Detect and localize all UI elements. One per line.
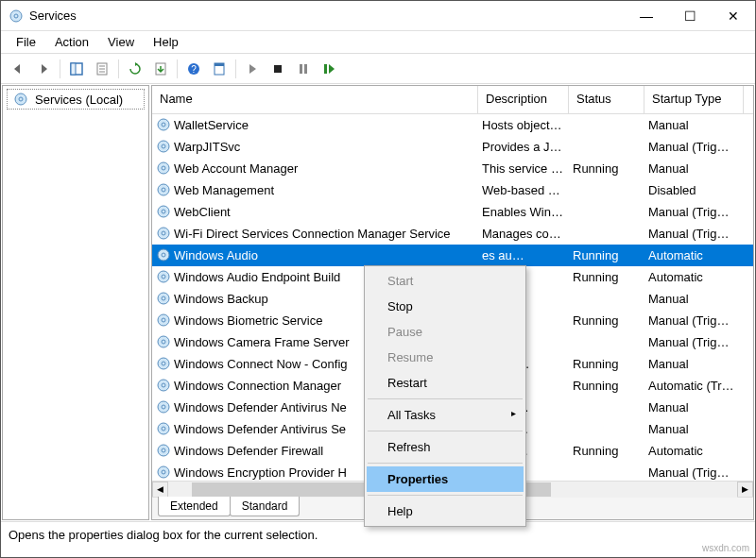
svg-rect-13 xyxy=(324,64,327,74)
service-status-cell: Running xyxy=(569,313,644,328)
service-row[interactable]: WarpJITSvcProvides a JI…Manual (Trig… xyxy=(152,136,753,158)
tab-extended[interactable]: Extended xyxy=(158,497,231,516)
service-status-cell: Running xyxy=(569,161,644,176)
export-list-button[interactable] xyxy=(91,58,113,80)
properties-toolbar-button[interactable] xyxy=(208,58,231,80)
close-button[interactable]: ✕ xyxy=(712,1,755,30)
status-text: Opens the properties dialog box for the … xyxy=(9,528,318,542)
svg-point-49 xyxy=(162,470,165,474)
context-separator xyxy=(368,431,523,431)
service-row[interactable]: WalletServiceHosts object…Manual xyxy=(152,114,753,136)
service-startup-cell: Manual xyxy=(644,161,744,176)
gear-icon xyxy=(156,269,171,284)
scroll-right-button[interactable]: ▶ xyxy=(737,482,753,498)
forward-button[interactable] xyxy=(32,58,55,80)
gear-icon xyxy=(156,226,171,241)
service-startup-cell: Automatic xyxy=(644,248,744,262)
service-row[interactable]: Wi-Fi Direct Services Connection Manager… xyxy=(152,223,753,245)
service-description-cell: This service i… xyxy=(478,161,569,176)
service-description-cell: Web-based … xyxy=(478,183,569,197)
menu-action[interactable]: Action xyxy=(45,32,98,52)
svg-point-27 xyxy=(162,231,165,235)
svg-point-33 xyxy=(162,296,165,300)
ctx-pause[interactable]: Pause xyxy=(367,319,524,345)
gear-icon xyxy=(156,378,171,393)
ctx-all-tasks[interactable]: All Tasks xyxy=(367,402,524,428)
svg-point-45 xyxy=(162,427,165,431)
service-description-cell: Manages co… xyxy=(478,227,569,241)
column-header-name[interactable]: Name xyxy=(152,86,478,113)
ctx-refresh[interactable]: Refresh xyxy=(367,434,524,460)
service-row[interactable]: Web Account ManagerThis service i…Runnin… xyxy=(152,158,753,179)
toolbar-separator xyxy=(235,59,236,78)
gear-icon xyxy=(156,399,171,414)
service-status-cell: Running xyxy=(569,379,644,393)
svg-point-15 xyxy=(19,97,23,101)
back-button[interactable] xyxy=(7,58,29,80)
minimize-button[interactable]: — xyxy=(625,1,668,30)
svg-point-19 xyxy=(162,144,165,148)
column-header-startup[interactable]: Startup Type xyxy=(644,86,744,113)
svg-text:?: ? xyxy=(191,64,197,75)
svg-point-41 xyxy=(162,383,165,387)
service-status-cell: Running xyxy=(569,444,644,458)
service-row[interactable]: Web ManagementWeb-based …Disabled xyxy=(152,179,753,201)
column-header-description[interactable]: Description xyxy=(478,86,569,113)
ctx-resume[interactable]: Resume xyxy=(367,345,524,370)
svg-point-37 xyxy=(162,340,165,344)
maximize-button[interactable]: ☐ xyxy=(668,1,712,30)
service-startup-cell: Automatic (Tr… xyxy=(644,379,744,393)
menu-view[interactable]: View xyxy=(98,32,144,52)
stop-service-button[interactable] xyxy=(266,58,289,80)
tree-pane[interactable]: Services (Local) xyxy=(2,85,149,520)
start-service-button[interactable] xyxy=(241,58,264,80)
toolbar-separator xyxy=(60,59,60,78)
service-startup-cell: Manual (Trig… xyxy=(644,465,744,480)
gear-icon xyxy=(156,421,171,436)
help-button[interactable]: ? xyxy=(182,58,205,80)
service-description-cell: Provides a JI… xyxy=(478,140,569,154)
service-startup-cell: Manual (Trig… xyxy=(644,227,744,241)
tree-node-services-local[interactable]: Services (Local) xyxy=(7,89,145,110)
refresh-button[interactable] xyxy=(124,58,146,80)
gear-icon xyxy=(156,465,171,480)
column-header-status[interactable]: Status xyxy=(569,86,644,113)
service-name-cell: Wi-Fi Direct Services Connection Manager… xyxy=(152,226,478,241)
service-startup-cell: Manual (Trig… xyxy=(644,335,744,349)
context-menu: Start Stop Pause Resume Restart All Task… xyxy=(364,265,526,527)
tab-standard[interactable]: Standard xyxy=(230,497,301,516)
menu-help[interactable]: Help xyxy=(144,32,188,52)
context-separator xyxy=(368,495,523,496)
service-row[interactable]: WebClientEnables Win…Manual (Trig… xyxy=(152,201,753,223)
ctx-stop[interactable]: Stop xyxy=(367,294,524,319)
svg-rect-3 xyxy=(71,63,76,75)
titlebar: Services — ☐ ✕ xyxy=(1,1,755,31)
service-status-cell: Running xyxy=(569,357,644,371)
show-hide-tree-button[interactable] xyxy=(65,58,88,80)
ctx-help[interactable]: Help xyxy=(367,499,524,524)
pause-service-button[interactable] xyxy=(292,58,315,80)
gear-icon xyxy=(156,313,171,328)
gear-icon xyxy=(156,139,171,154)
service-startup-cell: Automatic xyxy=(644,270,744,284)
service-row[interactable]: Windows Audioes au…RunningAutomatic xyxy=(152,245,753,266)
service-name-cell: WebClient xyxy=(152,204,478,219)
service-name-cell: Windows Audio xyxy=(152,247,478,262)
ctx-restart[interactable]: Restart xyxy=(367,370,524,396)
svg-point-29 xyxy=(162,253,165,257)
watermark: wsxdn.com xyxy=(702,543,749,553)
export-button[interactable] xyxy=(149,58,172,80)
service-description-cell: Hosts object… xyxy=(478,118,569,132)
menu-file[interactable]: File xyxy=(7,32,45,52)
gear-icon xyxy=(13,92,28,107)
ctx-properties[interactable]: Properties xyxy=(367,466,524,492)
service-startup-cell: Disabled xyxy=(644,183,744,197)
gear-icon xyxy=(156,291,171,306)
service-startup-cell: Manual (Trig… xyxy=(644,205,744,219)
gear-icon xyxy=(156,247,171,262)
scroll-left-button[interactable]: ◀ xyxy=(152,482,168,498)
svg-point-35 xyxy=(162,318,165,322)
services-app-icon xyxy=(9,8,24,24)
restart-service-button[interactable] xyxy=(318,58,340,80)
ctx-start[interactable]: Start xyxy=(367,268,524,294)
